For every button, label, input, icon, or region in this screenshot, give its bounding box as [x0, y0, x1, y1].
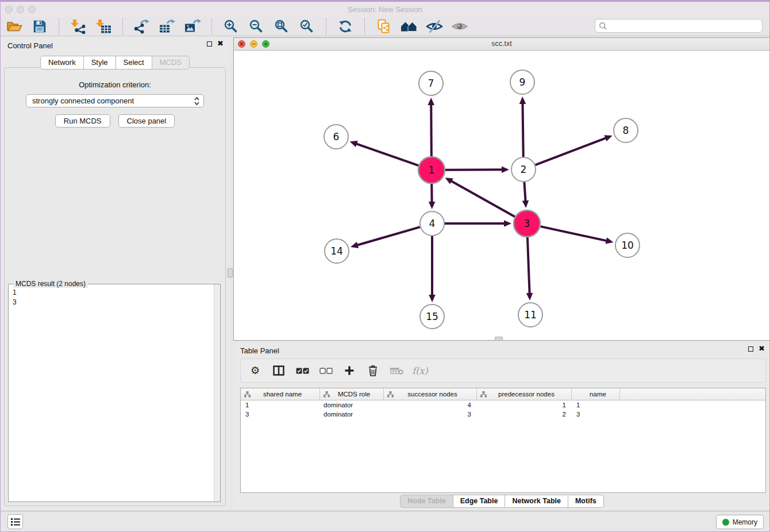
- import-table-icon[interactable]: [93, 17, 114, 36]
- close-panel-icon[interactable]: ✖: [217, 41, 224, 47]
- graph-node-14[interactable]: 14: [325, 239, 349, 263]
- zoom-selected-magnifier-icon[interactable]: [297, 17, 317, 36]
- refresh-arrows-icon[interactable]: [335, 17, 356, 36]
- graph-node-2[interactable]: 2: [511, 157, 536, 182]
- tab-node-table[interactable]: Node Table: [400, 495, 453, 508]
- graph-node-3[interactable]: 3: [514, 210, 540, 237]
- control-panel: Control Panel ✖ Network Style Select MCD…: [1, 37, 229, 511]
- graph-node-11[interactable]: 11: [518, 303, 542, 327]
- column-header-shared-name[interactable]: shared name: [241, 388, 320, 400]
- select-all-checkboxes-icon[interactable]: [295, 363, 309, 378]
- tab-motifs[interactable]: Motifs: [568, 495, 604, 508]
- tab-style[interactable]: Style: [83, 56, 116, 70]
- graph-edge[interactable]: [445, 169, 503, 170]
- column-header-name[interactable]: name: [572, 388, 620, 400]
- graph-node-9[interactable]: 9: [510, 70, 534, 94]
- column-header-mcds-role[interactable]: MCDS role: [320, 388, 384, 400]
- gear-icon[interactable]: ⚙: [248, 363, 262, 378]
- svg-text:10: 10: [621, 240, 634, 251]
- horizontal-splitter-handle[interactable]: [495, 337, 503, 341]
- graph-node-6[interactable]: 6: [324, 125, 348, 149]
- graph-edge[interactable]: [522, 103, 523, 157]
- graph-edge[interactable]: [451, 181, 515, 217]
- network-canvas[interactable]: 7968124314101511: [234, 51, 769, 340]
- column-header-predecessor-nodes[interactable]: predecessor nodes: [477, 388, 572, 400]
- graph-edge[interactable]: [357, 227, 420, 245]
- graph-edge-arrowhead: [502, 166, 509, 173]
- tab-select[interactable]: Select: [116, 56, 152, 70]
- split-columns-icon[interactable]: [272, 363, 286, 378]
- copy-documents-icon[interactable]: [374, 17, 394, 36]
- tab-mcds[interactable]: MCDS: [152, 56, 190, 70]
- export-table-icon[interactable]: [157, 17, 178, 36]
- eye-icon[interactable]: [449, 17, 470, 36]
- graph-node-10[interactable]: 10: [615, 233, 640, 257]
- table-tabs: Node Table Edge Table Network Table Moti…: [233, 495, 770, 508]
- dropdown-value: strongly connected component: [32, 97, 134, 105]
- tab-network[interactable]: Network: [40, 56, 84, 70]
- zoom-out-magnifier-icon[interactable]: [246, 17, 267, 36]
- close-panel-button[interactable]: Close panel: [118, 114, 175, 128]
- tab-network-table[interactable]: Network Table: [505, 495, 568, 508]
- graph-edge[interactable]: [524, 182, 525, 202]
- column-header-filler: [620, 388, 765, 400]
- save-floppy-icon[interactable]: [29, 17, 50, 36]
- svg-text:15: 15: [426, 311, 438, 322]
- tab-edge-table[interactable]: Edge Table: [453, 495, 506, 508]
- graph-node-1[interactable]: 1: [418, 157, 445, 183]
- export-network-icon[interactable]: [132, 17, 152, 36]
- task-history-button[interactable]: [7, 514, 23, 529]
- network-window-titlebar[interactable]: × − + scc.txt: [234, 38, 769, 51]
- column-header-successor-nodes[interactable]: successor nodes: [384, 388, 477, 400]
- graph-node-8[interactable]: 8: [614, 118, 638, 142]
- zoom-fit-magnifier-icon[interactable]: [271, 17, 292, 36]
- graph-node-4[interactable]: 4: [420, 211, 444, 236]
- result-scrollbar[interactable]: [214, 284, 220, 502]
- svg-text:2: 2: [521, 164, 527, 175]
- network-window-title: scc.txt: [234, 40, 769, 48]
- memory-label: Memory: [733, 518, 757, 526]
- houses-icon[interactable]: [399, 17, 419, 36]
- app-title: Session: New Session: [1, 5, 769, 14]
- open-folder-icon[interactable]: [4, 17, 25, 36]
- zoom-in-magnifier-icon[interactable]: [221, 17, 241, 36]
- float-table-panel-icon[interactable]: [748, 346, 753, 352]
- memory-button[interactable]: Memory: [716, 515, 764, 529]
- hierarchy-icon: [387, 391, 394, 398]
- graph-edge-arrowhead: [351, 242, 359, 248]
- search-field: [595, 19, 763, 33]
- graph-edge[interactable]: [536, 138, 607, 165]
- graph-node-15[interactable]: 15: [420, 304, 444, 329]
- list-icon: [10, 518, 21, 526]
- table-row[interactable]: 1 dominator 4 1 1: [241, 400, 765, 410]
- memory-status-icon: [722, 519, 729, 526]
- search-input[interactable]: [607, 20, 762, 32]
- graph-edge[interactable]: [528, 237, 530, 294]
- trash-icon[interactable]: [366, 363, 380, 378]
- graph-edge[interactable]: [540, 226, 607, 241]
- function-builder-icon[interactable]: f(x): [413, 363, 427, 378]
- graph-edge[interactable]: [356, 144, 418, 165]
- mcds-result-line: 3: [13, 298, 217, 307]
- svg-text:8: 8: [623, 125, 629, 136]
- graph-edge-arrowhead: [519, 97, 526, 104]
- eye-slash-icon[interactable]: [424, 17, 445, 36]
- table-row[interactable]: 3 dominator 3 2 3: [241, 410, 765, 419]
- close-table-panel-icon[interactable]: ✖: [759, 346, 765, 352]
- vertical-splitter-handle[interactable]: [228, 268, 233, 277]
- add-column-icon[interactable]: [342, 363, 356, 378]
- run-mcds-button[interactable]: Run MCDS: [55, 114, 110, 128]
- network-graph: 7968124314101511: [234, 51, 769, 340]
- deselect-checkboxes-icon[interactable]: [319, 363, 333, 378]
- svg-text:3: 3: [524, 218, 530, 229]
- delete-table-icon[interactable]: [390, 363, 403, 378]
- float-panel-icon[interactable]: [207, 41, 212, 47]
- mcds-result-title: MCDS result (2 nodes): [13, 280, 88, 288]
- graph-edge-arrowhead: [526, 293, 533, 300]
- import-network-icon[interactable]: [68, 17, 88, 36]
- graph-edge[interactable]: [431, 104, 432, 156]
- table-toolbar: ⚙: [240, 358, 766, 383]
- optimization-criterion-dropdown[interactable]: strongly connected component: [26, 94, 204, 107]
- export-image-icon[interactable]: [182, 17, 203, 36]
- graph-node-7[interactable]: 7: [419, 71, 443, 95]
